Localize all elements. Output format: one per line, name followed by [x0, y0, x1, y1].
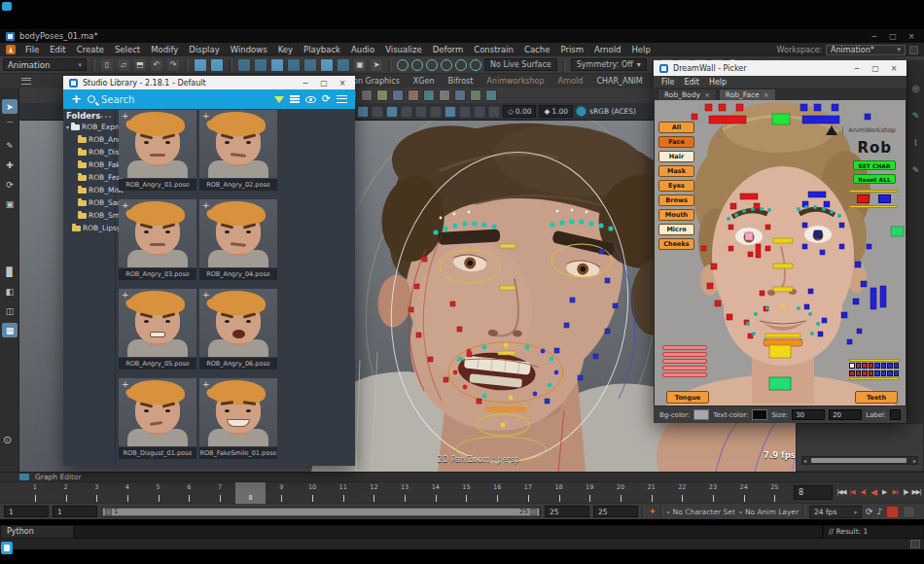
picker-menu-item[interactable]: File: [661, 78, 674, 87]
toolbox-tool-icon[interactable]: ⟳: [2, 177, 18, 192]
size-height-field[interactable]: 20: [829, 409, 862, 420]
frame-tick[interactable]: 18: [544, 482, 575, 504]
horizontal-scrollbar[interactable]: ◂ ▸: [801, 456, 918, 465]
playback-button[interactable]: ▶|: [890, 484, 900, 501]
scroll-right-icon[interactable]: ▸: [913, 457, 916, 465]
viewport-xray-icon[interactable]: [459, 106, 471, 118]
picker-group-button[interactable]: Micro: [658, 224, 694, 235]
playback-button[interactable]: |▶: [901, 484, 910, 501]
animation-start-field[interactable]: 1: [4, 506, 49, 517]
folder-item[interactable]: ▾ ROB_FakeSmile: [66, 159, 115, 171]
menu-item[interactable]: Visualize: [385, 45, 421, 54]
menu-item[interactable]: Playback: [303, 45, 340, 54]
set-key-icon[interactable]: ✦: [649, 507, 657, 516]
menu-item[interactable]: Modify: [151, 45, 178, 54]
reset-all-button[interactable]: Reset ALL: [853, 174, 896, 184]
picker-tab[interactable]: Rob_Face ×: [719, 88, 776, 100]
frame-tick[interactable]: 20: [605, 482, 636, 504]
gamma-field[interactable]: ◆1.00: [539, 105, 572, 118]
help-line-icon[interactable]: [910, 540, 920, 548]
playhead[interactable]: 8: [235, 482, 267, 504]
corner-app-icon[interactable]: [1, 542, 13, 554]
viewport-wireframe-icon[interactable]: [474, 106, 485, 118]
pose-thumbnail[interactable]: + ROB_Angry_02.pose: [199, 110, 277, 198]
menu-item[interactable]: Windows: [231, 45, 267, 54]
loop-icon[interactable]: ⟳: [866, 507, 873, 516]
viewport-ao-icon[interactable]: [415, 106, 427, 118]
menu-item[interactable]: File: [25, 45, 39, 54]
playback-button[interactable]: |◀: [847, 484, 857, 501]
menu-item[interactable]: Audio: [351, 45, 374, 54]
time-slider[interactable]: 1234567891011121314151617181920212223242…: [0, 481, 924, 503]
frame-tick[interactable]: 25: [760, 482, 791, 504]
rebuild-icon[interactable]: [455, 59, 467, 71]
animation-end-field[interactable]: 25: [593, 506, 638, 517]
toolbox-tool-icon[interactable]: ➤: [2, 99, 18, 114]
colorspace-icon[interactable]: [576, 106, 586, 117]
visibility-icon[interactable]: [305, 96, 316, 103]
menu-item[interactable]: Help: [631, 45, 650, 54]
maximize-button[interactable]: ▢: [317, 79, 331, 88]
menu-item[interactable]: Arnold: [594, 45, 622, 54]
folder-item[interactable]: ▾ ROB_Smile: [66, 209, 115, 222]
desktop-app-icon[interactable]: [2, 2, 12, 11]
picker-group-button[interactable]: Eyes: [658, 180, 694, 192]
viewport-grid-icon[interactable]: [488, 106, 500, 118]
make-live-button[interactable]: [320, 58, 334, 72]
frame-tick[interactable]: 5: [143, 482, 174, 504]
pose-thumbnail[interactable]: + ROB_Angry_03.pose: [119, 199, 196, 288]
history-toggle-icon[interactable]: [441, 59, 452, 71]
range-slider-groove[interactable]: 1 25: [101, 507, 541, 517]
pose-thumbnail[interactable]: + ROB_Angry_04.pose: [199, 199, 277, 288]
construction-history-icon[interactable]: [411, 59, 423, 71]
folders-menu-icon[interactable]: ...: [100, 111, 112, 121]
add-item-icon[interactable]: +: [71, 94, 82, 104]
graph-editor-bar[interactable]: Graph Editor: [0, 472, 924, 481]
toolbox-tool-icon[interactable]: ⌒: [2, 119, 18, 133]
menu-item[interactable]: Key: [278, 45, 293, 54]
frame-tick[interactable]: 14: [420, 482, 451, 504]
toolbox-tool-icon[interactable]: ✎: [2, 138, 18, 153]
shelf-icon[interactable]: [423, 89, 435, 101]
save-scene-button[interactable]: ⬒: [133, 58, 147, 72]
select-object-button[interactable]: [210, 58, 224, 72]
scrollbar-thumb[interactable]: [811, 458, 906, 463]
range-grip-icon[interactable]: [105, 509, 112, 515]
picker-menu-item[interactable]: Edit: [684, 78, 699, 87]
fps-selector[interactable]: 24 fps ▾: [809, 506, 862, 518]
folder-item[interactable]: ▾ ROB_Disgust: [66, 146, 115, 159]
frame-tick[interactable]: 6: [173, 482, 204, 504]
settings-sliders-icon[interactable]: [290, 95, 300, 97]
shelf-icon[interactable]: [392, 89, 404, 101]
shelf-menu-icon[interactable]: [21, 78, 31, 85]
viewport-motionblur-icon[interactable]: [430, 106, 442, 118]
shelf-icon[interactable]: [376, 89, 388, 101]
auto-key-icon[interactable]: [886, 506, 899, 518]
new-scene-button[interactable]: ▯: [100, 58, 114, 72]
command-input[interactable]: [74, 525, 823, 539]
timeline-track[interactable]: 1234567891011121314151617181920212223242…: [19, 482, 790, 504]
current-frame-field[interactable]: 8: [794, 485, 833, 500]
close-tab-icon[interactable]: ×: [704, 91, 710, 99]
picker-menu-item[interactable]: Help: [709, 78, 727, 87]
picker-group-button[interactable]: Face: [658, 136, 694, 148]
frame-tick[interactable]: 24: [729, 482, 760, 504]
picker-group-button[interactable]: All: [658, 122, 694, 133]
frame-tick[interactable]: 22: [666, 482, 697, 504]
redo-button[interactable]: ↷: [166, 58, 180, 72]
menu-item[interactable]: Select: [115, 45, 140, 54]
maximize-button[interactable]: ▢: [886, 32, 900, 41]
viewport-shading-icon[interactable]: [357, 106, 369, 118]
picker-canvas[interactable]: AllFaceHairMaskEyesBrowsMouthMicroCheeks…: [654, 100, 906, 406]
filter-icon[interactable]: [274, 96, 284, 103]
pose-thumbnail[interactable]: + ROB_Angry_01.pose: [119, 110, 196, 198]
frame-tick[interactable]: 2: [51, 482, 82, 504]
playback-button[interactable]: ▶: [879, 484, 889, 501]
snap-together-button[interactable]: [337, 58, 350, 72]
search-input[interactable]: Search: [101, 94, 134, 105]
range-grip-icon[interactable]: [530, 509, 537, 515]
playback-button[interactable]: ◀: [869, 484, 878, 501]
command-mode-button[interactable]: Python: [0, 525, 74, 539]
menu-item[interactable]: Cache: [524, 45, 550, 54]
exposure-field[interactable]: ◇0.00: [503, 105, 536, 118]
